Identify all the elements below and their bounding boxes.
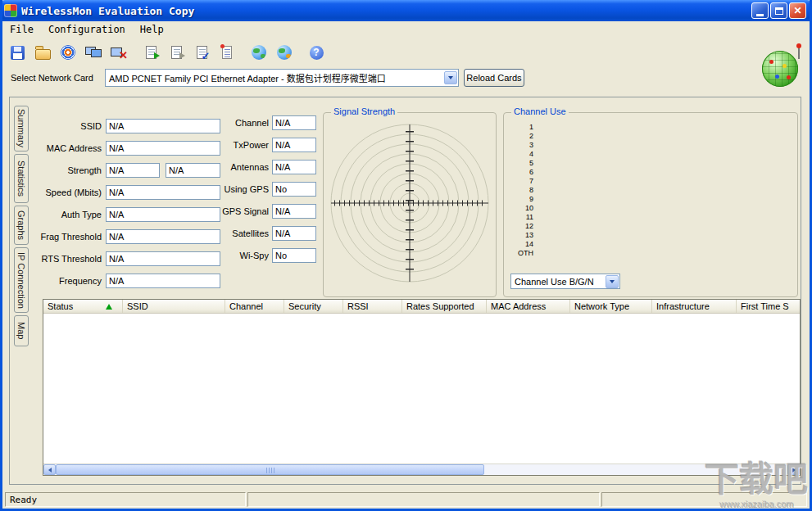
ssid-label: SSID (13, 119, 102, 133)
globe-icon (252, 45, 266, 60)
horizontal-scrollbar[interactable] (43, 464, 800, 475)
target-button[interactable] (57, 41, 79, 64)
column-header-rssi[interactable]: RSSI (343, 300, 402, 313)
speed-field[interactable]: N/A (106, 185, 220, 200)
close-button[interactable]: ✕ (789, 2, 806, 19)
signal-strength-radar (327, 118, 492, 292)
rts-threshold-field[interactable]: N/A (106, 251, 220, 266)
table-body[interactable] (43, 314, 800, 464)
column-header-network-type[interactable]: Network Type (570, 300, 652, 313)
globe-sphere-icon (762, 51, 798, 87)
open-button[interactable] (31, 41, 54, 64)
status-text: Ready (10, 495, 37, 505)
export-button[interactable] (139, 41, 162, 64)
channel-item: 5 (512, 159, 533, 168)
help-button[interactable] (305, 41, 328, 64)
channel-item: 8 (512, 186, 533, 195)
scrollbar-track[interactable] (484, 464, 787, 475)
menu-configuration[interactable]: Configuration (41, 22, 133, 37)
channel-use-group: Channel Use 1 2 3 4 5 6 7 8 9 10 11 12 1… (503, 112, 798, 297)
wispy-label: Wi-Spy (210, 248, 269, 263)
table-header: Status SSID Channel Security RSSI Rates … (43, 300, 800, 314)
window-title: WirelessMon Evaluation Copy (21, 5, 751, 17)
channel-item: 6 (512, 168, 533, 177)
column-header-infrastructure[interactable]: Infrastructure (652, 300, 737, 313)
dropdown-arrow-button[interactable] (606, 275, 619, 288)
channel-item: 12 (512, 222, 533, 231)
wispy-field[interactable]: No (272, 248, 316, 263)
status-panel: Ready (5, 492, 246, 507)
reload-cards-button[interactable]: Reload Cards (464, 69, 524, 87)
network-card-dropdown[interactable]: AMD PCNET Family PCI Ethernet Adapter - … (105, 69, 459, 87)
channel-label: Channel (210, 115, 269, 130)
verify-button[interactable] (190, 41, 213, 64)
antennas-field[interactable]: N/A (272, 160, 316, 174)
arrow-left-icon (48, 468, 52, 473)
column-header-ssid[interactable]: SSID (123, 300, 225, 313)
channel-item: 14 (512, 240, 533, 249)
tab-map[interactable]: Map (14, 315, 29, 346)
channel-use-selected-value: Channel Use B/G/N (511, 277, 605, 287)
frag-threshold-field[interactable]: N/A (106, 229, 220, 244)
scroll-right-button[interactable] (787, 464, 800, 475)
column-header-rates-supported[interactable]: Rates Supported (402, 300, 487, 313)
antennas-label: Antennas (210, 160, 269, 174)
main-panel: Summary Statistics Graphs IP Connection … (9, 97, 801, 485)
channel-use-dropdown[interactable]: Channel Use B/G/N (510, 274, 620, 289)
channel-item: 7 (512, 177, 533, 186)
txpower-field[interactable]: N/A (272, 138, 316, 152)
menu-bar: File Configuration Help (2, 21, 810, 38)
channel-use-title: Channel Use (511, 106, 569, 116)
column-header-channel[interactable]: Channel (225, 300, 284, 313)
dropdown-arrow-button[interactable] (444, 71, 457, 84)
network-computers-icon (85, 45, 102, 60)
speed-label: Speed (Mbits) (13, 185, 102, 200)
using-gps-field[interactable]: No (272, 182, 316, 197)
export-disabled-button[interactable] (165, 41, 188, 64)
strength-field-1[interactable]: N/A (106, 163, 160, 178)
select-network-card-label: Select Network Card (11, 73, 93, 83)
channel-item: 4 (512, 150, 533, 159)
channel-field[interactable]: N/A (272, 115, 316, 130)
save-button[interactable] (6, 41, 29, 64)
maximize-icon (775, 7, 783, 15)
column-header-security[interactable]: Security (284, 300, 343, 313)
export-icon (146, 46, 157, 59)
ssid-field[interactable]: N/A (106, 119, 220, 133)
frequency-label: Frequency (13, 274, 102, 288)
network-card-selected-value: AMD PCNET Family PCI Ethernet Adapter - … (106, 71, 443, 84)
satellites-field[interactable]: N/A (272, 226, 316, 241)
gps-signal-field[interactable]: N/A (272, 204, 316, 219)
maximize-button[interactable] (770, 2, 787, 19)
disconnect-button[interactable] (107, 41, 130, 64)
mac-address-label: MAC Address (13, 141, 102, 156)
web-button[interactable] (247, 41, 270, 64)
menu-help[interactable]: Help (133, 22, 171, 37)
notes-button[interactable] (215, 41, 238, 64)
mac-address-field[interactable]: N/A (106, 141, 220, 156)
chevron-down-icon (448, 76, 453, 79)
web-update-button[interactable] (273, 41, 296, 64)
network-button[interactable] (82, 41, 105, 64)
scrollbar-thumb[interactable] (56, 464, 484, 475)
strength-label: Strength (13, 163, 102, 178)
open-folder-icon (35, 49, 51, 60)
auth-type-field[interactable]: N/A (106, 207, 220, 222)
help-icon (310, 46, 324, 60)
globe-update-icon (277, 45, 292, 60)
access-point-table: Status SSID Channel Security RSSI Rates … (43, 299, 801, 476)
status-bar: Ready (2, 491, 810, 509)
column-header-status[interactable]: Status (43, 300, 123, 313)
close-icon: ✕ (793, 6, 801, 16)
column-header-first-time-seen[interactable]: First Time S (737, 300, 800, 313)
frequency-field[interactable]: N/A (106, 274, 220, 288)
title-bar[interactable]: WirelessMon Evaluation Copy ✕ (0, 0, 812, 21)
menu-file[interactable]: File (2, 22, 41, 37)
target-icon (61, 45, 75, 60)
export-disabled-icon (171, 46, 182, 59)
column-header-mac-address[interactable]: MAC Address (487, 300, 570, 313)
channel-item: 13 (512, 231, 533, 240)
scroll-left-button[interactable] (43, 464, 56, 475)
wireless-globe-logo-icon (762, 46, 805, 88)
minimize-button[interactable] (751, 2, 769, 19)
